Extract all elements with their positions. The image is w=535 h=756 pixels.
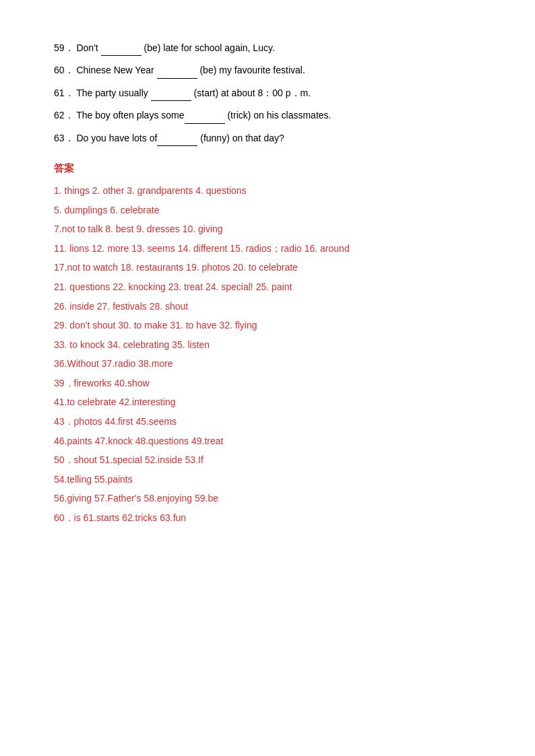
answer-line-2: 5. dumplings 6. celebrate [54, 201, 481, 219]
question-60: 60． Chinese New Year (be) my favourite f… [54, 63, 481, 78]
q63-number: 63． [54, 133, 74, 143]
q63-hint: (funny) on that day? [197, 133, 284, 143]
q62-hint: (trick) on his classmates. [225, 110, 332, 121]
answer-line-13: 43．photos 44.first 45.seems [54, 413, 481, 431]
q59-number: 59． [54, 42, 74, 53]
question-62: 62． The boy often plays some (trick) on … [54, 108, 481, 123]
answer-line-7: 26. inside 27. festivals 28. shout [54, 298, 481, 316]
answer-section: 答案 1. things 2. other 3. grandparents 4.… [54, 162, 481, 527]
question-61: 61． The party usually (start) at about 8… [54, 85, 481, 101]
questions-section: 59． Don't (be) late for school again, Lu… [54, 40, 481, 146]
answer-line-12: 41.to celebrate 42.interesting [54, 393, 481, 411]
q60-hint: (be) my favourite festival. [197, 65, 305, 75]
answer-line-17: 56.giving 57.Father's 58.enjoying 59.be [54, 489, 481, 508]
q59-hint: (be) late for school again, Lucy. [141, 42, 275, 53]
q60-number: 60． [54, 65, 74, 75]
answer-line-10: 36.Without 37.radio 38.more [54, 355, 481, 373]
answer-line-18: 60．is 61.starts 62.tricks 63.fun [54, 509, 481, 527]
answer-line-4: 11. lions 12. more 13. seems 14. differe… [54, 240, 481, 258]
q60-text-before: Chinese New Year [76, 65, 156, 75]
answer-line-9: 33. to knock 34. celebrating 35. listen [54, 336, 481, 354]
answer-line-3: 7.not to talk 8. best 9. dresses 10. giv… [54, 220, 481, 238]
q61-text-before: The party usually [76, 88, 151, 98]
question-59: 59． Don't (be) late for school again, Lu… [54, 40, 481, 56]
answer-line-8: 29. don't shout 30. to make 31. to have … [54, 316, 481, 335]
q62-text-before: The boy often plays some [76, 110, 184, 121]
q59-blank [101, 40, 141, 56]
answer-title: 答案 [54, 162, 481, 175]
q61-blank [151, 85, 191, 101]
question-63: 63． Do you have lots of (funny) on that … [54, 131, 481, 146]
answer-line-5: 17.not to watch 18. restaurants 19. phot… [54, 259, 481, 277]
q61-number: 61． [54, 88, 74, 98]
answer-line-1: 1. things 2. other 3. grandparents 4. qu… [54, 182, 481, 200]
q63-blank [157, 131, 197, 146]
answer-line-6: 21. questions 22. knocking 23. treat 24.… [54, 278, 481, 296]
q63-text-before: Do you have lots of [76, 133, 157, 143]
q60-blank [157, 63, 197, 78]
answer-line-14: 46.paints 47.knock 48.questions 49.treat [54, 432, 481, 450]
q62-number: 62． [54, 110, 74, 121]
answer-line-16: 54.telling 55.paints [54, 471, 481, 489]
q61-hint: (start) at about 8：00 p．m. [191, 88, 311, 98]
q62-blank [185, 108, 225, 123]
q59-text-before: Don't [76, 42, 100, 53]
answer-lines-container: 1. things 2. other 3. grandparents 4. qu… [54, 182, 481, 527]
answer-line-15: 50．shout 51.special 52.inside 53.If [54, 451, 481, 469]
answer-line-11: 39．fireworks 40.show [54, 374, 481, 392]
